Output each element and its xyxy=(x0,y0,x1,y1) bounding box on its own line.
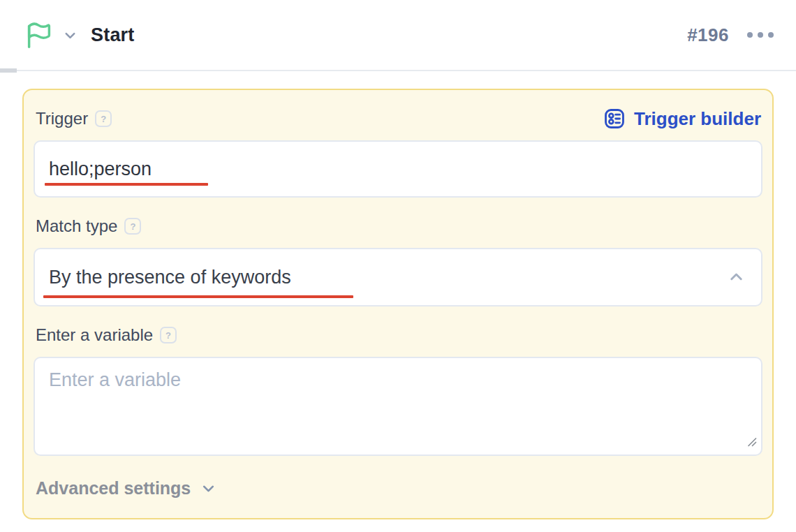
spellcheck-underline xyxy=(43,295,353,298)
chevron-up-icon xyxy=(727,268,746,287)
advanced-settings-toggle[interactable]: Advanced settings xyxy=(34,478,762,498)
divider-notch xyxy=(0,68,17,73)
variable-textarea[interactable] xyxy=(34,357,762,456)
variable-help-icon[interactable]: ? xyxy=(160,327,177,343)
trigger-builder-button[interactable]: Trigger builder xyxy=(603,107,762,131)
dot-icon xyxy=(768,32,774,38)
chevron-down-icon xyxy=(62,27,78,43)
trigger-builder-label: Trigger builder xyxy=(634,108,761,130)
page-title: Start xyxy=(91,24,135,46)
trigger-label: Trigger xyxy=(34,109,88,128)
chevron-down-icon xyxy=(200,480,217,497)
trigger-help-icon[interactable]: ? xyxy=(95,110,112,127)
block-type-selector[interactable] xyxy=(23,19,78,51)
match-type-selected-value: By the presence of keywords xyxy=(49,267,291,288)
advanced-settings-label: Advanced settings xyxy=(36,478,191,498)
flag-icon xyxy=(23,19,55,51)
more-options-button[interactable] xyxy=(746,28,775,42)
match-type-help-icon[interactable]: ? xyxy=(124,218,141,235)
trigger-settings-panel: Trigger ? Trigger builder Match ty xyxy=(22,89,774,519)
variable-label: Enter a variable xyxy=(34,325,153,345)
block-id-badge: #196 xyxy=(687,24,729,46)
dot-icon xyxy=(747,32,753,38)
match-type-label: Match type xyxy=(34,216,117,236)
list-form-icon xyxy=(603,107,626,131)
match-type-select[interactable]: By the presence of keywords xyxy=(34,248,762,306)
block-header: Start #196 xyxy=(0,0,796,71)
dot-icon xyxy=(758,32,763,38)
trigger-keywords-input[interactable] xyxy=(34,140,762,198)
